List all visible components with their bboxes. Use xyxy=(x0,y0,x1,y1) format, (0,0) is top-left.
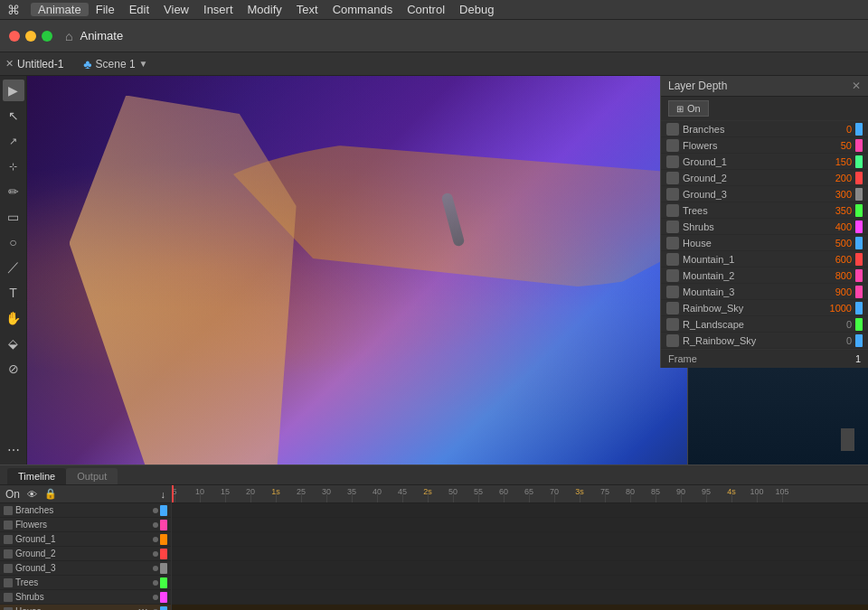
ruler-mark: 50 xyxy=(448,487,458,496)
toggle-label: On xyxy=(687,103,701,114)
tl-layer-icon xyxy=(4,578,13,587)
menu-file[interactable]: File xyxy=(89,3,122,16)
ruler-mark: 65 xyxy=(524,487,533,496)
minimize-button[interactable] xyxy=(25,31,36,42)
layer-row[interactable]: House 500 xyxy=(661,235,868,251)
layer-row[interactable]: Ground_3 300 xyxy=(661,186,868,202)
layer-row[interactable]: Mountain_1 600 xyxy=(661,251,868,267)
track-row[interactable] xyxy=(172,576,868,590)
ink-bucket-tool[interactable]: ⬙ xyxy=(3,333,24,354)
playhead[interactable] xyxy=(172,485,174,502)
panel-close-icon[interactable]: ✕ xyxy=(852,80,861,92)
oval-tool[interactable]: ○ xyxy=(3,231,24,253)
scene-selector: ♣ Scene 1 ▼ xyxy=(83,57,147,71)
layer-row[interactable]: Trees 350 xyxy=(661,202,868,219)
track-row[interactable] xyxy=(172,532,868,547)
menu-view[interactable]: View xyxy=(156,3,196,16)
tl-layer-row[interactable]: House ◀◆▶ xyxy=(0,605,171,610)
ruler-mark: 55 xyxy=(474,487,483,496)
canvas-area[interactable]: Layer Depth ✕ ⊞ On Branches 0 Flowers 50… xyxy=(27,76,868,465)
layer-row[interactable]: Shrubs 400 xyxy=(661,219,868,235)
scene-dropdown-arrow[interactable]: ▼ xyxy=(139,59,148,69)
track-row[interactable] xyxy=(172,503,868,518)
panel-controls: ⊞ On xyxy=(661,97,868,121)
tl-layer-row[interactable]: Ground_3 xyxy=(0,561,171,576)
keyframe-indicator xyxy=(153,566,158,571)
select-tool[interactable]: ▶ xyxy=(3,80,24,101)
track-row[interactable] xyxy=(172,547,868,561)
track-row[interactable] xyxy=(172,518,868,532)
ruler-mark: 45 xyxy=(398,487,407,496)
tl-layer-icon xyxy=(4,549,13,558)
lock-icon[interactable]: 🔒 xyxy=(44,488,57,500)
keyframe-indicator xyxy=(153,595,158,600)
eraser-tool[interactable]: ⊘ xyxy=(3,358,24,380)
layer-depth-value: 350 xyxy=(820,205,852,216)
timeline-layer-rows: Branches Flowers Ground_1 Ground_2 xyxy=(0,503,171,610)
layer-row[interactable]: Ground_1 150 xyxy=(661,154,868,170)
layer-name: Branches xyxy=(683,124,820,135)
menu-text[interactable]: Text xyxy=(289,3,326,16)
home-icon[interactable]: ⌂ xyxy=(65,29,72,43)
close-button[interactable] xyxy=(9,31,20,42)
layer-name: Rainbow_Sky xyxy=(683,303,820,314)
menu-modify[interactable]: Modify xyxy=(241,3,289,16)
layer-color-bar xyxy=(855,237,863,249)
tl-layer-icon xyxy=(4,593,13,602)
track-row[interactable] xyxy=(172,590,868,605)
layer-depth-value: 400 xyxy=(820,221,852,232)
layer-color-block xyxy=(160,563,167,574)
tl-layer-row[interactable]: Flowers xyxy=(0,518,171,532)
rectangle-tool[interactable]: ▭ xyxy=(3,206,24,228)
layer-row[interactable]: Branches 0 xyxy=(661,121,868,137)
menu-debug[interactable]: Debug xyxy=(452,3,501,16)
keyframe-indicator xyxy=(153,522,158,528)
toggle-on-button[interactable]: ⊞ On xyxy=(668,100,709,117)
layer-row[interactable]: Mountain_2 800 xyxy=(661,267,868,284)
insert-layer-icon[interactable]: ↓ xyxy=(161,489,166,500)
layer-name: Mountain_3 xyxy=(683,286,820,297)
layer-row[interactable]: Flowers 50 xyxy=(661,137,868,154)
timeline-ruler: 51015201s25303540452s50556065703s7580859… xyxy=(172,485,868,503)
free-transform-tool[interactable]: ⊹ xyxy=(3,155,24,177)
eye-icon[interactable]: 👁 xyxy=(27,489,37,500)
document-tab[interactable]: Untitled-1 xyxy=(17,58,63,70)
layer-row[interactable]: R_Rainbow_Sky 0 xyxy=(661,333,868,349)
menu-edit[interactable]: Edit xyxy=(122,3,156,16)
more-tools[interactable]: ⋯ xyxy=(3,439,24,461)
layer-color-bar xyxy=(855,302,863,314)
hand-tool[interactable]: ✋ xyxy=(3,307,24,329)
line-tool[interactable]: ／ xyxy=(3,257,24,278)
maximize-button[interactable] xyxy=(42,31,52,42)
tl-layer-row[interactable]: Trees xyxy=(0,576,171,590)
ruler-mark: 105 xyxy=(775,487,788,496)
menu-control[interactable]: Control xyxy=(400,3,452,16)
tl-layer-row[interactable]: Shrubs xyxy=(0,590,171,605)
track-row[interactable] xyxy=(172,605,868,610)
tl-layer-controls xyxy=(153,592,167,603)
apple-icon[interactable]: ⌘ xyxy=(7,3,20,17)
timeline-track[interactable]: 51015201s25303540452s50556065703s7580859… xyxy=(172,485,868,610)
tab-timeline[interactable]: Timeline xyxy=(7,468,66,484)
tab-output[interactable]: Output xyxy=(66,468,118,484)
layer-name: Ground_1 xyxy=(683,156,820,167)
tl-layer-row[interactable]: Ground_1 xyxy=(0,532,171,547)
subselect-tool[interactable]: ↗ xyxy=(3,130,24,152)
tl-layer-row[interactable]: Branches xyxy=(0,503,171,518)
menu-commands[interactable]: Commands xyxy=(326,3,400,16)
arrow-tool[interactable]: ↖ xyxy=(3,105,24,127)
layer-row[interactable]: Mountain_3 900 xyxy=(661,284,868,300)
tl-layer-row[interactable]: Ground_2 xyxy=(0,547,171,561)
layer-depth-value: 0 xyxy=(820,319,852,330)
layer-row[interactable]: R_Landscape 0 xyxy=(661,316,868,333)
track-row[interactable] xyxy=(172,561,868,576)
tl-layer-name: Shrubs xyxy=(15,592,153,602)
tab-close-button[interactable]: ✕ xyxy=(5,58,14,70)
menu-insert[interactable]: Insert xyxy=(196,3,241,16)
layer-row[interactable]: Ground_2 200 xyxy=(661,170,868,186)
menu-animate[interactable]: Animate xyxy=(31,3,89,16)
layer-row[interactable]: Rainbow_Sky 1000 xyxy=(661,300,868,316)
pen-tool[interactable]: ✏ xyxy=(3,181,24,202)
tl-layer-controls: ◀◆▶ xyxy=(135,606,167,611)
text-tool[interactable]: T xyxy=(3,282,24,304)
